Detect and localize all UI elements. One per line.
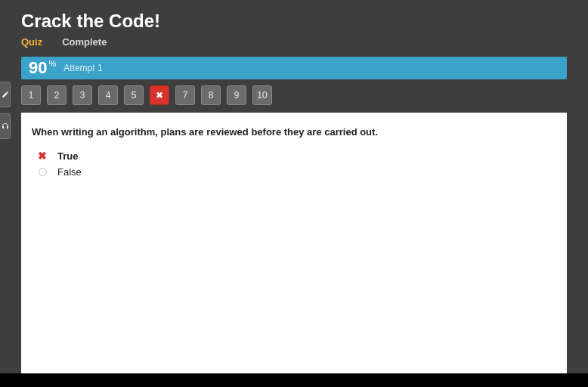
- wrong-mark-icon: ✖: [38, 150, 47, 162]
- pencil-icon: [2, 91, 9, 98]
- question-nav-5[interactable]: 5: [124, 85, 144, 105]
- score-unit: %: [48, 59, 56, 68]
- option-label: False: [57, 166, 82, 178]
- page-title: Crack the Code!: [21, 11, 567, 32]
- headphones-icon: [2, 122, 9, 130]
- footer-bar: [0, 373, 588, 387]
- side-tab-audio[interactable]: [0, 113, 11, 139]
- tab-quiz[interactable]: Quiz: [21, 36, 42, 51]
- question-nav: 1 2 3 4 5 ✖ 7 8 9 10: [21, 85, 567, 113]
- option-label: True: [57, 150, 78, 162]
- question-nav-8[interactable]: 8: [201, 85, 221, 105]
- question-panel: When writing an algorithm, plans are rev…: [21, 113, 567, 377]
- question-text: When writing an algorithm, plans are rev…: [32, 126, 556, 138]
- score-value: 90: [29, 58, 47, 78]
- question-nav-2[interactable]: 2: [47, 85, 67, 105]
- option-true[interactable]: ✖ True: [36, 150, 556, 162]
- side-tab-edit[interactable]: [0, 82, 11, 107]
- x-icon: ✖: [156, 90, 163, 101]
- option-false[interactable]: False: [36, 166, 556, 178]
- question-nav-9[interactable]: 9: [227, 85, 246, 105]
- radio-icon: [39, 168, 47, 176]
- question-nav-1[interactable]: 1: [21, 85, 41, 105]
- question-nav-10[interactable]: 10: [252, 85, 272, 105]
- question-nav-3[interactable]: 3: [73, 85, 92, 105]
- score-bar: 90% Attempt 1: [21, 57, 567, 79]
- attempt-label: Attempt 1: [63, 63, 102, 73]
- question-nav-7[interactable]: 7: [175, 85, 195, 105]
- question-nav-4[interactable]: 4: [98, 85, 118, 105]
- tab-complete[interactable]: Complete: [62, 36, 107, 51]
- question-nav-6-wrong[interactable]: ✖: [150, 85, 169, 105]
- tabs: Quiz Complete: [21, 36, 567, 51]
